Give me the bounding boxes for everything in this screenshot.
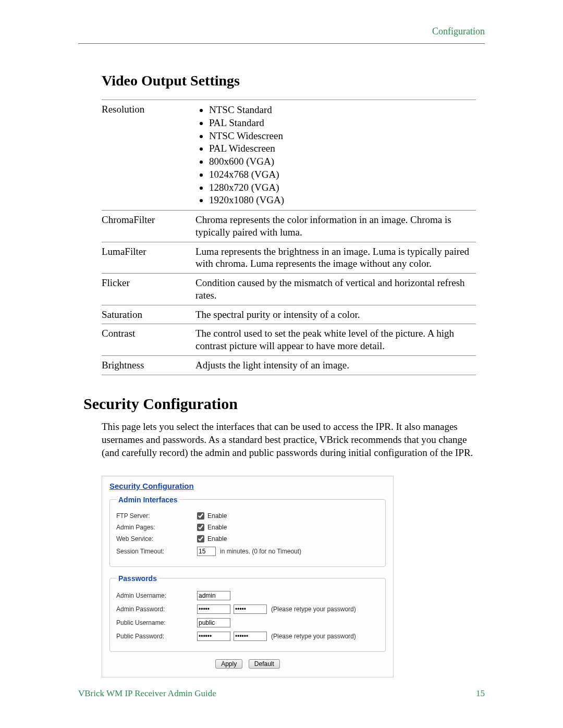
web-service-enable-text: Enable [207, 535, 227, 542]
session-timeout-input[interactable] [197, 547, 216, 556]
row-value-luma: Luma represents the brightness in an ima… [195, 242, 476, 274]
table-row: Contrast The control used to set the pea… [102, 324, 476, 356]
admin-password-input[interactable] [197, 604, 230, 614]
row-label-chroma: ChromaFilter [102, 211, 195, 242]
row-public-username: Public Username: [116, 618, 379, 627]
row-value-brightness: Adjusts the light intensity of an image. [195, 355, 476, 375]
row-web-service: Web Service: Enable [116, 535, 379, 542]
label-ftp: FTP Server: [116, 512, 197, 520]
row-value-chroma: Chroma represents the color information … [195, 211, 476, 242]
list-item: 800x600 (VGA) [209, 155, 471, 168]
table-row: Flicker Condition caused by the mismatch… [102, 274, 476, 305]
label-admin-pages: Admin Pages: [116, 524, 197, 531]
admin-pages-enable-text: Enable [207, 524, 227, 531]
row-public-password: Public Password: (Please retype your pas… [116, 632, 379, 641]
ftp-enable-text: Enable [207, 512, 227, 520]
ftp-enable-checkbox[interactable] [197, 512, 204, 520]
row-value-saturation: The spectral purity or intensity of a co… [195, 305, 476, 324]
video-output-heading: Video Output Settings [102, 72, 485, 89]
row-ftp: FTP Server: Enable [116, 512, 379, 520]
label-web-service: Web Service: [116, 535, 197, 542]
table-row: LumaFilter Luma represents the brightnes… [102, 242, 476, 274]
web-service-enable-checkbox[interactable] [197, 535, 204, 542]
admin-username-input[interactable] [197, 591, 230, 600]
header-section-label: Configuration [102, 26, 485, 43]
row-admin-username: Admin Username: [116, 591, 379, 600]
table-row: ChromaFilter Chroma represents the color… [102, 211, 476, 242]
list-item: PAL Widescreen [209, 142, 471, 155]
label-public-username: Public Username: [116, 619, 197, 626]
row-admin-password: Admin Password: (Please retype your pass… [116, 604, 379, 614]
public-password-input[interactable] [197, 632, 230, 641]
passwords-legend: Passwords [116, 574, 159, 583]
row-label-resolution: Resolution [102, 100, 195, 211]
apply-button[interactable]: Apply [215, 659, 242, 669]
list-item: 1024x768 (VGA) [209, 168, 471, 181]
row-label-luma: LumaFilter [102, 242, 195, 274]
list-item: NTSC Widescreen [209, 130, 471, 142]
row-label-contrast: Contrast [102, 324, 195, 356]
label-admin-username: Admin Username: [116, 592, 197, 599]
list-item: NTSC Standard [209, 104, 471, 116]
table-row: Resolution NTSC Standard PAL Standard NT… [102, 100, 476, 211]
row-label-flicker: Flicker [102, 274, 195, 305]
security-intro: This page lets you select the interfaces… [102, 420, 482, 459]
page-footer: VBrick WM IP Receiver Admin Guide 15 [78, 688, 485, 699]
label-admin-password: Admin Password: [116, 606, 197, 613]
default-button[interactable]: Default [249, 659, 280, 669]
passwords-fieldset: Passwords Admin Username: Admin Password… [109, 574, 386, 652]
row-label-brightness: Brightness [102, 355, 195, 375]
admin-password-hint: (Please retype your password) [271, 606, 356, 613]
security-heading: Security Configuration [83, 395, 485, 413]
row-value-contrast: The control used to set the peak white l… [195, 324, 476, 356]
row-value-resolution: NTSC Standard PAL Standard NTSC Widescre… [195, 100, 476, 211]
footer-guide: VBrick WM IP Receiver Admin Guide [78, 688, 216, 699]
list-item: PAL Standard [209, 117, 471, 129]
security-panel: Security Configuration Admin Interfaces … [102, 476, 394, 677]
row-session-timeout: Session Timeout: in minutes. (0 for no T… [116, 547, 379, 556]
table-row: Saturation The spectral purity or intens… [102, 305, 476, 324]
admin-interfaces-legend: Admin Interfaces [116, 496, 180, 504]
panel-title: Security Configuration [109, 482, 386, 490]
page: Configuration Video Output Settings Reso… [0, 0, 563, 728]
public-password-confirm-input[interactable] [234, 632, 267, 641]
video-output-table: Resolution NTSC Standard PAL Standard NT… [102, 100, 476, 375]
panel-buttons: Apply Default [109, 659, 386, 669]
row-label-saturation: Saturation [102, 305, 195, 324]
resolution-list: NTSC Standard PAL Standard NTSC Widescre… [195, 104, 471, 206]
label-session-timeout: Session Timeout: [116, 548, 197, 555]
header-rule [78, 43, 485, 44]
table-row: Brightness Adjusts the light intensity o… [102, 355, 476, 375]
public-username-input[interactable] [197, 618, 230, 627]
list-item: 1920x1080 (VGA) [209, 194, 471, 206]
admin-password-confirm-input[interactable] [234, 604, 267, 614]
label-public-password: Public Password: [116, 633, 197, 640]
session-timeout-hint: in minutes. (0 for no Timeout) [220, 548, 301, 555]
list-item: 1280x720 (VGA) [209, 181, 471, 194]
footer-page-number: 15 [476, 688, 485, 699]
admin-pages-enable-checkbox[interactable] [197, 524, 204, 531]
row-value-flicker: Condition caused by the mismatch of vert… [195, 274, 476, 305]
admin-interfaces-fieldset: Admin Interfaces FTP Server: Enable Admi… [109, 496, 386, 567]
public-password-hint: (Please retype your password) [271, 633, 356, 640]
row-admin-pages: Admin Pages: Enable [116, 524, 379, 531]
